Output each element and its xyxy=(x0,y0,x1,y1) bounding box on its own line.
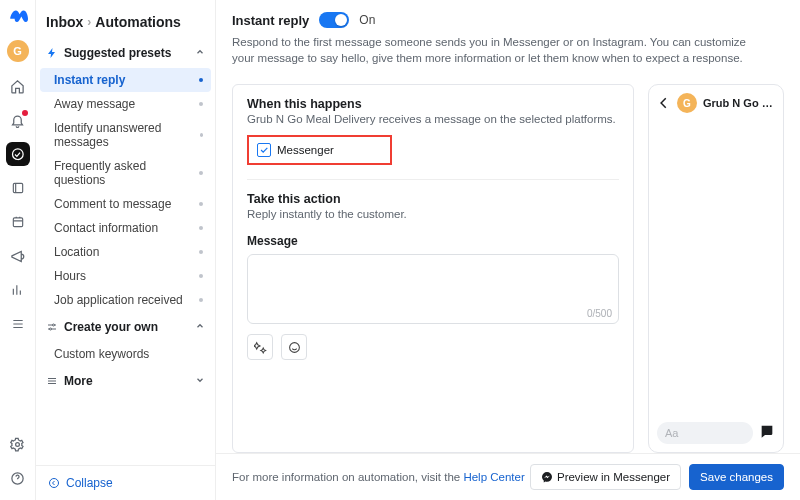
page-description: Respond to the first message someone sen… xyxy=(232,34,752,66)
messenger-preview: G Grub N Go M… Aa xyxy=(648,84,784,453)
nav-posts[interactable] xyxy=(6,176,30,200)
preset-job-application[interactable]: Job application received xyxy=(40,288,211,312)
automation-config-card: When this happens Grub N Go Meal Deliver… xyxy=(232,84,634,453)
breadcrumb: Inbox › Automations xyxy=(36,0,215,40)
svg-point-6 xyxy=(50,479,59,488)
svg-point-5 xyxy=(50,328,52,330)
bolt-icon xyxy=(46,47,58,59)
preset-list: Instant reply Away message Identify unan… xyxy=(36,66,215,314)
preset-comment-to-message[interactable]: Comment to message xyxy=(40,192,211,216)
preset-custom-keywords[interactable]: Custom keywords xyxy=(40,342,211,366)
svg-rect-1 xyxy=(13,218,22,227)
preset-hours[interactable]: Hours xyxy=(40,264,211,288)
action-subtitle: Reply instantly to the customer. xyxy=(247,208,619,220)
svg-point-7 xyxy=(289,342,299,352)
nav-notifications[interactable] xyxy=(6,108,30,132)
svg-point-4 xyxy=(53,324,55,326)
chevron-down-icon xyxy=(195,374,205,388)
messenger-checkbox[interactable] xyxy=(257,143,271,157)
collapse-button[interactable]: Collapse xyxy=(36,465,215,500)
nav-home[interactable] xyxy=(6,74,30,98)
preset-away-message[interactable]: Away message xyxy=(40,92,211,116)
main-area: Instant reply On Respond to the first me… xyxy=(216,0,800,500)
when-title: When this happens xyxy=(247,97,619,111)
preset-contact-information[interactable]: Contact information xyxy=(40,216,211,240)
save-changes-button[interactable]: Save changes xyxy=(689,464,784,490)
preview-name: Grub N Go M… xyxy=(703,97,775,109)
platform-messenger-row[interactable]: Messenger xyxy=(247,135,392,165)
emoji-button[interactable] xyxy=(281,334,307,360)
footer: For more information on automation, visi… xyxy=(216,453,800,500)
instant-reply-toggle[interactable] xyxy=(319,12,349,28)
chevron-up-icon xyxy=(195,320,205,334)
message-char-counter: 0/500 xyxy=(587,308,612,319)
chevron-right-icon: › xyxy=(87,15,91,29)
side-panel: Inbox › Automations Suggested presets In… xyxy=(36,0,216,500)
preset-identify-unanswered[interactable]: Identify unanswered messages xyxy=(40,116,211,154)
svg-rect-0 xyxy=(13,183,22,192)
when-subtitle: Grub N Go Meal Delivery receives a messa… xyxy=(247,113,619,125)
preview-back-icon[interactable] xyxy=(657,96,671,110)
footer-info-text: For more information on automation, visi… xyxy=(232,471,463,483)
nav-calendar[interactable] xyxy=(6,210,30,234)
chevron-up-icon xyxy=(195,46,205,60)
section-more[interactable]: More xyxy=(36,368,215,394)
nav-more[interactable] xyxy=(6,312,30,336)
breadcrumb-current: Automations xyxy=(95,14,181,30)
section-create-your-own[interactable]: Create your own xyxy=(36,314,215,340)
preset-location[interactable]: Location xyxy=(40,240,211,264)
svg-point-2 xyxy=(16,442,20,446)
preview-send-icon xyxy=(759,423,775,443)
nav-insights[interactable] xyxy=(6,278,30,302)
breadcrumb-parent[interactable]: Inbox xyxy=(46,14,83,30)
preview-avatar: G xyxy=(677,93,697,113)
platform-label: Messenger xyxy=(277,144,334,156)
preview-in-messenger-button[interactable]: Preview in Messenger xyxy=(530,464,681,490)
preview-input-field: Aa xyxy=(657,422,753,444)
preset-instant-reply[interactable]: Instant reply xyxy=(40,68,211,92)
sliders-icon xyxy=(46,321,58,333)
nav-help[interactable] xyxy=(6,466,30,490)
toggle-state-label: On xyxy=(359,13,375,27)
preset-faq[interactable]: Frequently asked questions xyxy=(40,154,211,192)
nav-inbox[interactable] xyxy=(6,142,30,166)
meta-logo xyxy=(8,6,28,30)
left-rail: G xyxy=(0,0,36,500)
action-title: Take this action xyxy=(247,192,619,206)
message-label: Message xyxy=(247,234,619,248)
page-title: Instant reply xyxy=(232,13,309,28)
help-center-link[interactable]: Help Center xyxy=(463,471,524,483)
section-suggested-presets[interactable]: Suggested presets xyxy=(36,40,215,66)
account-avatar[interactable]: G xyxy=(7,40,29,62)
menu-icon xyxy=(46,375,58,387)
personalize-button[interactable] xyxy=(247,334,273,360)
nav-settings[interactable] xyxy=(6,432,30,456)
message-textarea[interactable]: 0/500 xyxy=(247,254,619,324)
nav-ads[interactable] xyxy=(6,244,30,268)
